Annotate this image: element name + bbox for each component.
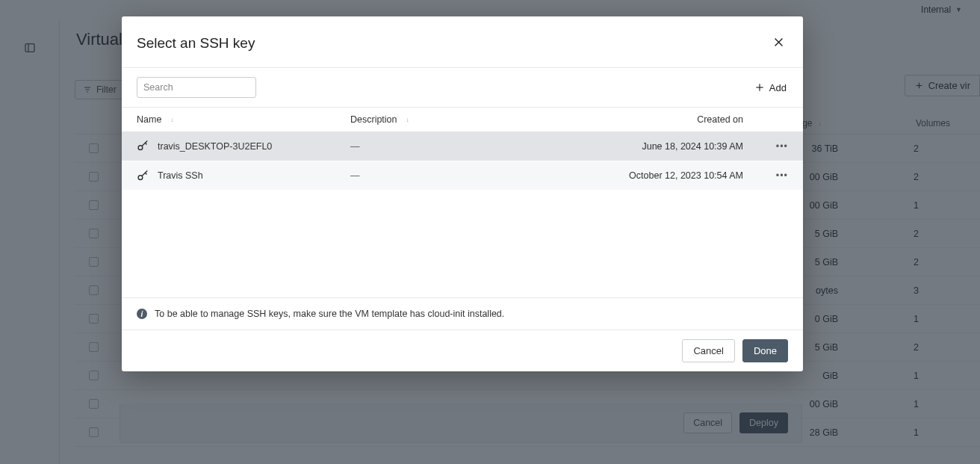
- th-created[interactable]: Created on: [579, 114, 743, 125]
- add-button[interactable]: Add: [753, 79, 788, 96]
- cell-description: —: [350, 141, 579, 152]
- add-label: Add: [769, 82, 787, 93]
- search-box[interactable]: [137, 77, 256, 98]
- svg-point-16: [138, 175, 143, 179]
- modal-toolbar: Add: [122, 68, 803, 108]
- info-icon: i: [137, 309, 147, 319]
- done-button[interactable]: Done: [742, 339, 788, 362]
- ssh-key-row[interactable]: Travis SSh—October 12, 2023 10:54 AM•••: [122, 161, 803, 190]
- svg-line-15: [145, 143, 146, 144]
- row-actions-button[interactable]: •••: [743, 170, 788, 181]
- modal-title: Select an SSH key: [137, 35, 255, 52]
- svg-line-14: [142, 140, 147, 146]
- svg-line-18: [145, 173, 146, 174]
- cell-description: —: [350, 170, 579, 181]
- dots-icon: •••: [776, 141, 788, 152]
- row-actions-button[interactable]: •••: [743, 141, 788, 152]
- dots-icon: •••: [776, 170, 788, 181]
- th-description[interactable]: Description: [350, 114, 397, 125]
- close-button[interactable]: [769, 33, 788, 54]
- cell-name: Travis SSh: [158, 170, 350, 181]
- modal-footer: Cancel Done: [122, 330, 803, 371]
- ssh-key-modal: Select an SSH key Add Name ↓ Description…: [122, 16, 803, 371]
- cancel-button[interactable]: Cancel: [682, 339, 734, 362]
- info-strip: i To be able to manage SSH keys, make su…: [122, 297, 803, 330]
- sort-icon: ↓: [170, 116, 174, 123]
- key-icon: [137, 140, 158, 152]
- search-input[interactable]: [143, 82, 261, 93]
- modal-header: Select an SSH key: [122, 16, 803, 68]
- sort-icon: ↓: [406, 116, 410, 123]
- th-name[interactable]: Name: [137, 114, 161, 125]
- info-text: To be able to manage SSH keys, make sure…: [155, 309, 504, 319]
- plus-icon: [754, 82, 765, 93]
- modal-table-body: travis_DESKTOP-3U2EFL0—June 18, 2024 10:…: [122, 132, 803, 297]
- modal-table-header: Name ↓ Description ↓ Created on: [122, 108, 803, 132]
- cell-created: June 18, 2024 10:39 AM: [579, 141, 743, 152]
- svg-line-17: [142, 170, 147, 176]
- ssh-key-row[interactable]: travis_DESKTOP-3U2EFL0—June 18, 2024 10:…: [122, 132, 803, 161]
- close-icon: [772, 36, 785, 49]
- key-icon: [137, 170, 158, 182]
- cell-name: travis_DESKTOP-3U2EFL0: [158, 141, 350, 152]
- svg-point-13: [138, 146, 143, 150]
- cell-created: October 12, 2023 10:54 AM: [579, 170, 743, 181]
